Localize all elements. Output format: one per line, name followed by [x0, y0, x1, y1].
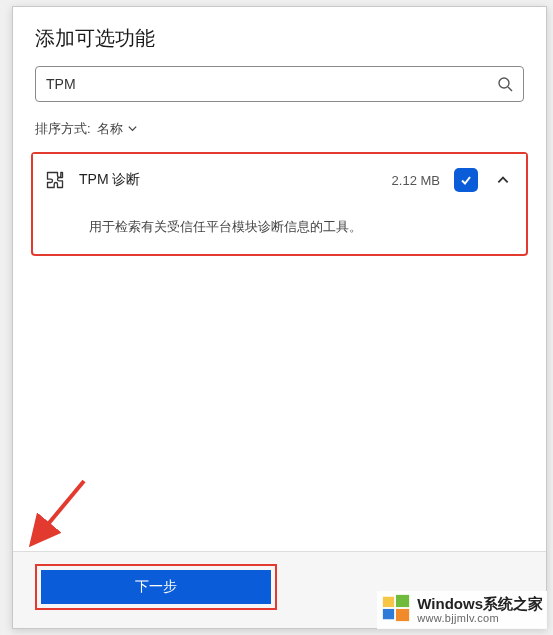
svg-rect-6 — [396, 609, 409, 621]
feature-size: 2.12 MB — [392, 173, 440, 188]
next-button-highlight: 下一步 — [35, 564, 277, 610]
add-optional-feature-dialog: 添加可选功能 排序方式: 名称 — [12, 6, 547, 629]
svg-point-0 — [499, 78, 509, 88]
puzzle-icon — [45, 170, 65, 190]
feature-name: TPM 诊断 — [79, 171, 378, 189]
collapse-button[interactable] — [492, 173, 514, 187]
svg-line-1 — [508, 87, 512, 91]
feature-checkbox[interactable] — [454, 168, 478, 192]
feature-list: TPM 诊断 2.12 MB 用于检索有关受信任平台模块诊断信息的工具。 — [13, 152, 546, 551]
watermark-title: Windows系统之家 — [417, 596, 543, 613]
watermark-url: www.bjjmlv.com — [417, 612, 543, 624]
search-icon — [497, 76, 513, 92]
sort-label: 排序方式: — [35, 120, 91, 138]
dialog-title: 添加可选功能 — [13, 7, 546, 66]
next-button[interactable]: 下一步 — [41, 570, 271, 604]
feature-description: 用于检索有关受信任平台模块诊断信息的工具。 — [33, 206, 526, 254]
svg-rect-4 — [396, 595, 409, 607]
sort-value: 名称 — [97, 120, 123, 138]
chevron-up-icon — [496, 173, 510, 187]
feature-row[interactable]: TPM 诊断 2.12 MB — [33, 154, 526, 206]
feature-item: TPM 诊断 2.12 MB 用于检索有关受信任平台模块诊断信息的工具。 — [31, 152, 528, 256]
search-box[interactable] — [35, 66, 524, 102]
sort-row: 排序方式: 名称 — [13, 116, 546, 152]
chevron-down-icon — [127, 122, 138, 137]
check-icon — [459, 173, 473, 187]
search-input[interactable] — [46, 76, 497, 92]
svg-rect-5 — [383, 609, 394, 619]
windows-logo-icon — [381, 593, 411, 627]
watermark: Windows系统之家 www.bjjmlv.com — [377, 591, 547, 629]
svg-rect-3 — [383, 597, 394, 607]
sort-dropdown[interactable]: 名称 — [97, 120, 138, 138]
